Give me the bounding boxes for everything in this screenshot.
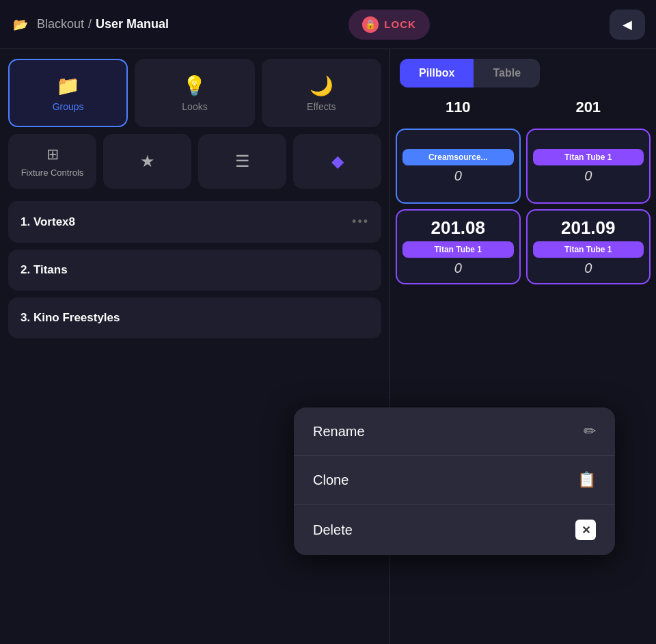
rename-icon: ✏ xyxy=(584,422,596,440)
delete-label: Delete xyxy=(313,522,353,538)
fixture-cell-4[interactable]: 201.09 Titan Tube 1 0 xyxy=(526,209,651,284)
fixture-address-3: 201.08 xyxy=(430,217,485,239)
diamond-button[interactable]: ◆ xyxy=(293,134,381,189)
fixture-cell-3[interactable]: 201.08 Titan Tube 1 0 xyxy=(396,209,521,284)
breadcrumb-current: User Manual xyxy=(96,17,169,31)
second-row: ⊞ Fixture Controls ★ ☰ ◆ xyxy=(0,127,390,189)
breadcrumb-parent: Blackout xyxy=(37,17,84,31)
list-icon: ☰ xyxy=(235,152,250,171)
star-icon: ★ xyxy=(140,152,155,171)
group-item-3[interactable]: 3. Kino Freestyles xyxy=(8,297,381,338)
fixture-label-1: Creamsource... xyxy=(402,149,514,165)
group-menu-dots-1[interactable]: ••• xyxy=(352,215,369,229)
pillbox-toggle[interactable]: Pillbox xyxy=(400,59,474,88)
table-toggle[interactable]: Table xyxy=(474,59,540,88)
group-list: 1. Vortex8 ••• 2. Titans 3. Kino Freesty… xyxy=(0,189,390,351)
looks-icon: 💡 xyxy=(182,75,206,97)
tab-effects-label: Effects xyxy=(307,101,336,112)
group-name-1: 1. Vortex8 xyxy=(20,215,75,229)
tab-groups[interactable]: 📁 Groups xyxy=(8,59,128,127)
group-item-2[interactable]: 2. Titans xyxy=(8,250,381,291)
fixture-controls-label: Fixture Controls xyxy=(21,167,84,178)
fixture-controls-icon: ⊞ xyxy=(46,146,59,163)
fixture-label-4: Titan Tube 1 xyxy=(533,241,644,258)
groups-icon: 📁 xyxy=(56,75,80,97)
breadcrumb: Blackout / User Manual xyxy=(37,17,169,31)
fixture-value-1: 0 xyxy=(454,168,462,184)
context-clone[interactable]: Clone 📋 xyxy=(294,456,615,505)
effects-icon: 🌙 xyxy=(310,75,333,97)
favorites-button[interactable]: ★ xyxy=(103,134,191,189)
tab-groups-label: Groups xyxy=(53,101,84,112)
table-label: Table xyxy=(493,67,521,79)
breadcrumb-separator: / xyxy=(88,17,92,31)
context-delete[interactable]: Delete ✕ xyxy=(294,505,615,555)
fixture-controls-button[interactable]: ⊞ Fixture Controls xyxy=(8,134,96,189)
tab-looks-label: Looks xyxy=(182,101,207,112)
delete-icon: ✕ xyxy=(575,520,596,540)
diamond-icon: ◆ xyxy=(331,152,344,171)
tab-looks[interactable]: 💡 Looks xyxy=(135,59,254,127)
group-item-1[interactable]: 1. Vortex8 ••• xyxy=(8,201,381,243)
pillbox-label: Pillbox xyxy=(419,67,454,79)
fixture-label-3: Titan Tube 1 xyxy=(402,241,514,258)
fixture-cell-2[interactable]: Titan Tube 1 0 xyxy=(526,129,651,204)
context-rename[interactable]: Rename ✏ xyxy=(294,407,615,456)
folder-icon: 📂 xyxy=(11,15,30,34)
lock-button[interactable]: 🔒 LOCK xyxy=(348,10,430,40)
fixture-header-num-2: 201 xyxy=(526,94,651,120)
fixture-value-2: 0 xyxy=(584,168,592,184)
header-left: 📂 Blackout / User Manual xyxy=(11,15,169,34)
group-name-2: 2. Titans xyxy=(20,263,68,277)
fixture-header-num-1: 110 xyxy=(396,94,521,120)
clone-label: Clone xyxy=(313,472,348,488)
tab-row: 📁 Groups 💡 Looks 🌙 Effects xyxy=(0,49,390,127)
back-icon: ◀ xyxy=(623,17,632,32)
list-button[interactable]: ☰ xyxy=(198,134,286,189)
fixture-value-4: 0 xyxy=(584,260,592,276)
group-name-3: 3. Kino Freestyles xyxy=(20,311,120,325)
tab-effects[interactable]: 🌙 Effects xyxy=(262,59,381,127)
fixture-address-4: 201.09 xyxy=(561,217,616,239)
fixture-header-row: 110 201 xyxy=(390,88,656,120)
lock-label: LOCK xyxy=(384,18,416,30)
context-menu: Rename ✏ Clone 📋 Delete ✕ xyxy=(294,407,615,555)
fixture-label-2: Titan Tube 1 xyxy=(533,149,644,165)
fixture-value-3: 0 xyxy=(454,260,462,276)
view-toggle: Pillbox Table xyxy=(390,49,656,88)
rename-label: Rename xyxy=(313,424,365,440)
clone-icon: 📋 xyxy=(577,471,596,489)
fixture-grid: Creamsource... 0 Titan Tube 1 0 201.08 T… xyxy=(390,120,656,293)
fixture-cell-1[interactable]: Creamsource... 0 xyxy=(396,129,521,204)
back-button[interactable]: ◀ xyxy=(610,10,645,40)
lock-icon: 🔒 xyxy=(362,16,379,33)
header: 📂 Blackout / User Manual 🔒 LOCK ◀ xyxy=(0,0,656,49)
